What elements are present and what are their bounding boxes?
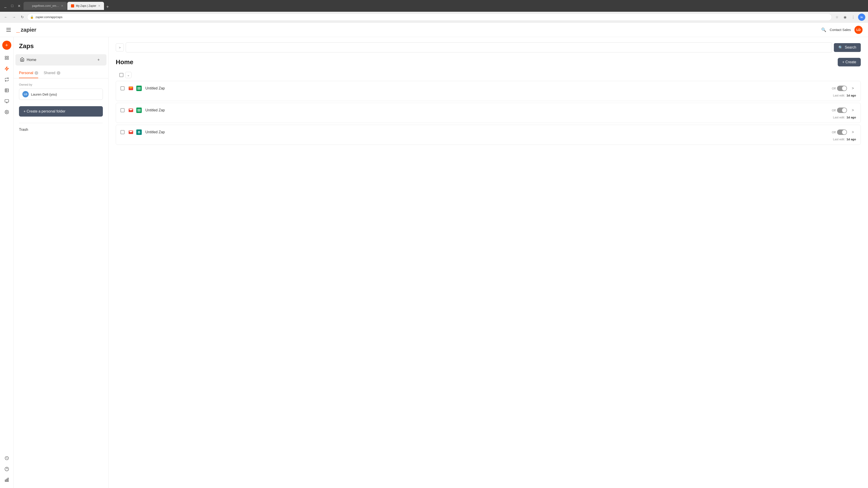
create-new-btn[interactable]: + [2, 41, 11, 50]
main-layout: + [0, 37, 868, 488]
zap-item-2: Untitled Zap Off > Last edit: 1d ago [116, 103, 861, 123]
search-btn-label: Search [845, 45, 856, 50]
search-input[interactable] [129, 46, 829, 50]
trash-item[interactable]: Trash [13, 125, 108, 134]
owner-chip[interactable]: LD Lauren Deli (you) [19, 89, 103, 100]
sidebar-interfaces-btn[interactable] [2, 97, 11, 106]
sidebar-history-btn[interactable] [2, 454, 11, 463]
last-edit-label-3: Last edit: [833, 138, 845, 141]
svg-point-19 [8, 110, 8, 111]
forward-btn[interactable]: → [11, 14, 17, 20]
sidebar-tables-btn[interactable] [2, 86, 11, 95]
sidebar-help-btn[interactable] [2, 464, 11, 474]
sidebar-status-btn[interactable] [2, 475, 11, 484]
home-nav-item[interactable]: Home + [16, 54, 106, 66]
svg-point-14 [6, 113, 7, 114]
select-all-checkbox[interactable] [119, 73, 123, 77]
menu-line-3 [6, 31, 11, 32]
tab-zapier-close[interactable]: ✕ [98, 4, 100, 7]
zap-item-top: Untitled Zap Off > [121, 85, 856, 92]
url-bar[interactable]: 🔒 zapier.com/app/zaps [27, 13, 832, 21]
hamburger-menu-btn[interactable] [5, 26, 13, 33]
zap-chevron-2[interactable]: > [850, 107, 856, 113]
tab-shared-label: Shared [43, 71, 55, 75]
main-content-header: Home + Create [116, 58, 861, 66]
zap-item-top-2: Untitled Zap Off > [121, 107, 856, 114]
toggle-label-1: Off [832, 87, 836, 90]
bookmark-btn[interactable]: ☆ [834, 14, 840, 20]
extensions-btn[interactable]: ◉ [842, 14, 848, 20]
url-bar-row: ← → ↻ 🔒 zapier.com/app/zaps ☆ ◉ ⋮ In [0, 12, 868, 23]
zap-checkbox-2[interactable] [121, 108, 125, 112]
svg-rect-9 [5, 100, 8, 102]
tab-pageflows-close[interactable]: ✕ [61, 4, 63, 7]
zap-toggle-1[interactable]: Off [832, 86, 847, 91]
user-avatar-btn[interactable]: LD [855, 26, 863, 34]
select-dropdown-caret[interactable]: ⌄ [125, 72, 131, 78]
svg-rect-5 [5, 89, 8, 92]
search-expand-btn[interactable]: > [116, 43, 124, 52]
toggle-label-2: Off [832, 109, 836, 112]
svg-rect-28 [137, 87, 141, 88]
zap-name-2: Untitled Zap [145, 108, 829, 112]
zap-toggle-3[interactable]: Off [832, 129, 847, 135]
search-btn[interactable]: 🔍 Search [834, 43, 861, 52]
left-panel-header: Zaps [13, 42, 108, 54]
last-edit-label-1: Last edit: [833, 94, 845, 97]
toggle-track-3[interactable] [837, 129, 847, 135]
toggle-thumb-1 [842, 86, 846, 91]
tab-pageflows[interactable]: pageflows.com/_emails/_/7fb5... ✕ [24, 2, 67, 10]
zap-item: Untitled Zap Off > Last edit: 1d ago [116, 81, 861, 101]
sidebar-home-btn[interactable] [2, 53, 11, 62]
svg-rect-32 [137, 109, 141, 109]
close-btn[interactable]: ✕ [16, 3, 22, 8]
new-tab-btn[interactable]: + [104, 4, 111, 10]
tab-zapier-label: My Zaps | Zapier [76, 4, 96, 7]
sidebar-transfer-btn[interactable] [2, 75, 11, 84]
home-add-btn[interactable]: + [95, 57, 102, 63]
search-input-wrapper [126, 42, 832, 53]
profile-btn[interactable]: In [858, 13, 865, 21]
owned-by-section: Owned by LD Lauren Deli (you) [13, 78, 108, 104]
zap-chevron-3[interactable]: > [850, 129, 856, 135]
tab-shared[interactable]: Shared i [43, 69, 60, 78]
owner-avatar: LD [22, 91, 29, 97]
main-content: > 🔍 Search Home + Create ⌄ [108, 37, 868, 488]
toggle-track-2[interactable] [837, 107, 847, 113]
tab-personal[interactable]: Personal i [19, 69, 38, 78]
menu-dots-btn[interactable]: ⋮ [850, 14, 856, 20]
toggle-thumb-2 [842, 108, 846, 112]
tab-personal-label: Personal [19, 71, 33, 75]
svg-point-16 [8, 112, 9, 112]
zap-name-3: Untitled Zap [145, 130, 829, 134]
svg-rect-33 [137, 110, 141, 110]
zap-checkbox-3[interactable] [121, 130, 125, 134]
zap-toggle-2[interactable]: Off [832, 107, 847, 113]
app-icon-meet-3 [135, 129, 143, 136]
tab-zapier[interactable]: My Zaps | Zapier ✕ [67, 2, 104, 10]
reload-btn[interactable]: ↻ [19, 14, 25, 20]
icon-sidebar: + [0, 37, 13, 488]
owner-initials: LD [24, 93, 27, 96]
create-btn[interactable]: + Create [838, 58, 861, 66]
back-btn[interactable]: ← [3, 14, 9, 20]
left-panel: Zaps Home + Personal i [13, 37, 108, 488]
svg-point-15 [5, 112, 5, 112]
contact-sales-btn[interactable]: Contact Sales [830, 28, 851, 32]
minimize-btn[interactable]: ⎯ [3, 3, 8, 8]
owner-name: Lauren Deli (you) [31, 92, 57, 96]
trash-label: Trash [19, 128, 28, 131]
zap-chevron-1[interactable]: > [850, 85, 856, 92]
global-search-btn[interactable]: 🔍 [821, 27, 826, 32]
toggle-track-1[interactable] [837, 86, 847, 91]
sidebar-apps-btn[interactable] [2, 107, 11, 117]
zap-checkbox-1[interactable] [121, 86, 125, 90]
top-nav-right: 🔍 Contact Sales LD [821, 26, 863, 34]
create-folder-btn[interactable]: + Create a personal folder [19, 106, 103, 117]
logo-text: zapier [21, 27, 36, 33]
search-icon: 🔍 [838, 45, 843, 50]
maximize-btn[interactable]: □ [9, 3, 15, 8]
owned-by-label: Owned by [19, 83, 103, 86]
sidebar-zaps-btn[interactable] [2, 64, 11, 73]
svg-point-18 [8, 113, 8, 113]
